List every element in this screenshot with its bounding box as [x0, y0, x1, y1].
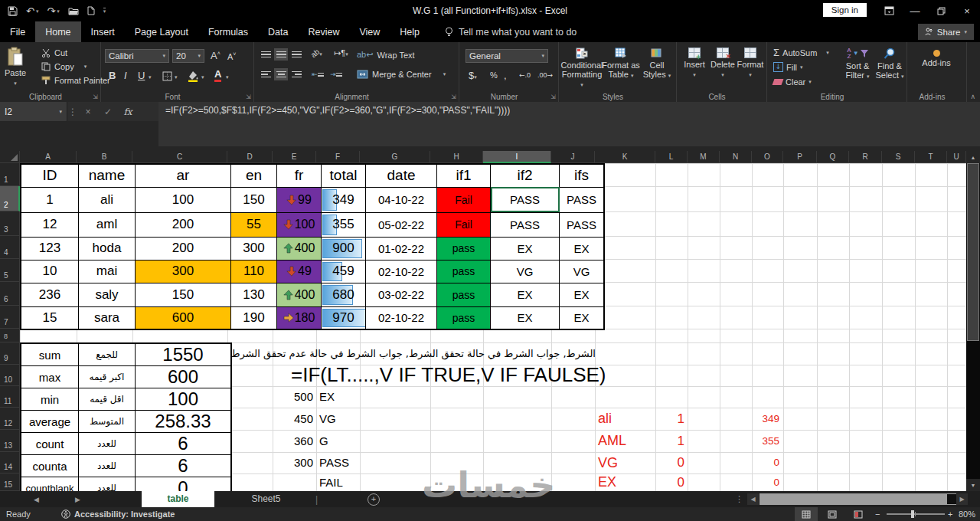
row-header-5[interactable]: 5	[0, 259, 20, 282]
horizontal-scrollbar[interactable]	[760, 493, 966, 505]
addins-button[interactable]: Add-ins	[920, 50, 953, 67]
row-header-3[interactable]: 3	[0, 211, 20, 236]
cell[interactable]: اقل قيمه	[79, 388, 136, 411]
bold-button[interactable]: B	[109, 70, 116, 81]
cell[interactable]: counta	[21, 455, 79, 477]
row-header-1[interactable]: 1	[0, 163, 20, 186]
accounting-format-icon[interactable]: $▾	[469, 70, 477, 81]
cell[interactable]: 258.33	[136, 411, 232, 433]
red-cell-flag[interactable]: 0	[655, 473, 684, 491]
legend-threshold[interactable]: 300	[273, 452, 313, 473]
cell[interactable]: countblank	[21, 477, 79, 492]
align-bottom-icon[interactable]	[289, 48, 303, 61]
header-cell-en[interactable]: en	[231, 164, 277, 187]
cell[interactable]: المتوسط	[79, 411, 136, 433]
save-icon[interactable]	[8, 6, 18, 16]
cell[interactable]: EX	[491, 283, 560, 306]
restore-button[interactable]	[928, 0, 954, 21]
cell[interactable]: 349	[322, 187, 366, 212]
cell[interactable]: 99	[277, 187, 322, 212]
format-as-table-button[interactable]: Format asTable ▾	[602, 48, 640, 80]
align-right-icon[interactable]	[289, 68, 303, 80]
header-cell-name[interactable]: name	[79, 164, 136, 187]
fill-button[interactable]: ↓ Fill▾	[773, 62, 803, 72]
delete-cells-button[interactable]: × Delete▾	[709, 48, 737, 80]
font-size-select[interactable]: 20▾	[172, 49, 204, 63]
red-cell-flag[interactable]: 1	[655, 430, 684, 452]
column-header-B[interactable]: B	[77, 151, 132, 163]
header-cell-ifs[interactable]: ifs	[560, 164, 605, 187]
cell[interactable]: 190	[231, 306, 277, 329]
cell[interactable]: اكبر قيمه	[79, 366, 136, 388]
shrink-font-button[interactable]: A˅	[227, 51, 236, 61]
open-folder-icon[interactable]	[68, 7, 79, 15]
borders-dropdown-icon[interactable]: ▾	[175, 74, 178, 80]
column-header-I[interactable]: I	[483, 151, 551, 163]
merge-center-button[interactable]: Merge & Center▾	[357, 70, 446, 79]
cell[interactable]: 03-02-22	[366, 283, 437, 306]
menu-tab-formulas[interactable]: Formulas	[198, 21, 258, 42]
tabbar-splitter-icon[interactable]: ⋮	[735, 491, 743, 507]
alignment-dialog-launcher-icon[interactable]: ⇲	[451, 93, 456, 100]
cell[interactable]: 123	[21, 237, 79, 260]
menu-tab-file[interactable]: File	[0, 21, 35, 42]
text-direction-icon[interactable]: ↦¶▾	[334, 48, 348, 58]
orientation-icon[interactable]: ab▾	[311, 48, 322, 57]
decrease-indent-icon[interactable]: ⇤	[311, 68, 325, 80]
legend-threshold[interactable]: 450	[273, 408, 313, 430]
column-header-G[interactable]: G	[360, 151, 430, 163]
cell[interactable]: 1550	[136, 343, 232, 366]
undo-icon[interactable]: ↶▾	[26, 6, 38, 16]
header-cell-fr[interactable]: fr	[277, 164, 322, 187]
name-box[interactable]: I2▾	[0, 102, 67, 121]
new-file-icon[interactable]	[87, 6, 95, 15]
sort-filter-button[interactable]: AZ▼ Sort &Filter ▾	[842, 48, 873, 81]
row-header-4[interactable]: 4	[0, 236, 20, 259]
tell-me-box[interactable]: Tell me what you want to do	[430, 21, 577, 42]
red-cell-name[interactable]: EX	[598, 473, 616, 491]
cell[interactable]: PASS	[491, 187, 560, 212]
cell[interactable]: 110	[231, 260, 277, 283]
redo-icon[interactable]: ↷▾	[47, 6, 59, 16]
cell[interactable]: 900	[322, 237, 366, 260]
cell[interactable]: 600	[136, 366, 232, 388]
cell[interactable]: pass	[437, 306, 491, 329]
formula-input[interactable]: =IF(F2>=500,$F$11,IF(F2>=450,"VG",IF(F2>…	[158, 102, 980, 146]
cell[interactable]: 0	[136, 477, 232, 492]
font-color-dropdown-icon[interactable]: ▾	[226, 74, 229, 80]
accessibility-status[interactable]: Accessibility: Investigate	[61, 507, 175, 521]
cell[interactable]: VG	[491, 260, 560, 283]
align-top-icon[interactable]	[259, 48, 273, 61]
prev-sheet-icon[interactable]: ◀	[34, 491, 39, 507]
cell[interactable]: 1	[21, 187, 79, 212]
cell[interactable]: 600	[136, 306, 231, 329]
row-header-12[interactable]: 12	[0, 408, 20, 430]
cell[interactable]: 01-02-22	[366, 237, 437, 260]
menu-tab-insert[interactable]: Insert	[81, 21, 125, 42]
clipboard-dialog-launcher-icon[interactable]: ⇲	[93, 93, 98, 100]
sheet-tab-sheet5[interactable]: Sheet5	[230, 491, 302, 507]
row-header-6[interactable]: 6	[0, 282, 20, 306]
cell[interactable]: للعدد	[79, 477, 136, 492]
next-sheet-icon[interactable]: ▶	[75, 491, 80, 507]
ribbon-display-options-icon[interactable]	[876, 0, 902, 21]
align-center-icon[interactable]	[274, 68, 288, 80]
menu-tab-help[interactable]: Help	[390, 21, 430, 42]
column-header-R[interactable]: R	[849, 151, 882, 163]
legend-threshold[interactable]: 500	[273, 386, 313, 408]
header-cell-if1[interactable]: if1	[437, 164, 491, 187]
collapse-ribbon-icon[interactable]: ∧	[970, 93, 975, 100]
cell[interactable]: min	[21, 388, 79, 411]
row-header-8[interactable]: 8	[0, 329, 20, 342]
conditional-formatting-button[interactable]: ConditionalFormatting ▾	[562, 48, 602, 90]
red-cell-value[interactable]: 349	[750, 408, 779, 430]
underline-button[interactable]: U	[138, 70, 145, 81]
menu-tab-page-layout[interactable]: Page Layout	[125, 21, 198, 42]
row-header-15[interactable]: 15	[0, 473, 20, 491]
cell[interactable]: 300	[136, 260, 231, 283]
column-header-N[interactable]: N	[720, 151, 752, 163]
cell[interactable]: 49	[277, 260, 322, 283]
vertical-scroll-thumb[interactable]	[967, 163, 979, 341]
minimize-button[interactable]: —	[902, 0, 928, 21]
cell[interactable]: EX	[491, 237, 560, 260]
